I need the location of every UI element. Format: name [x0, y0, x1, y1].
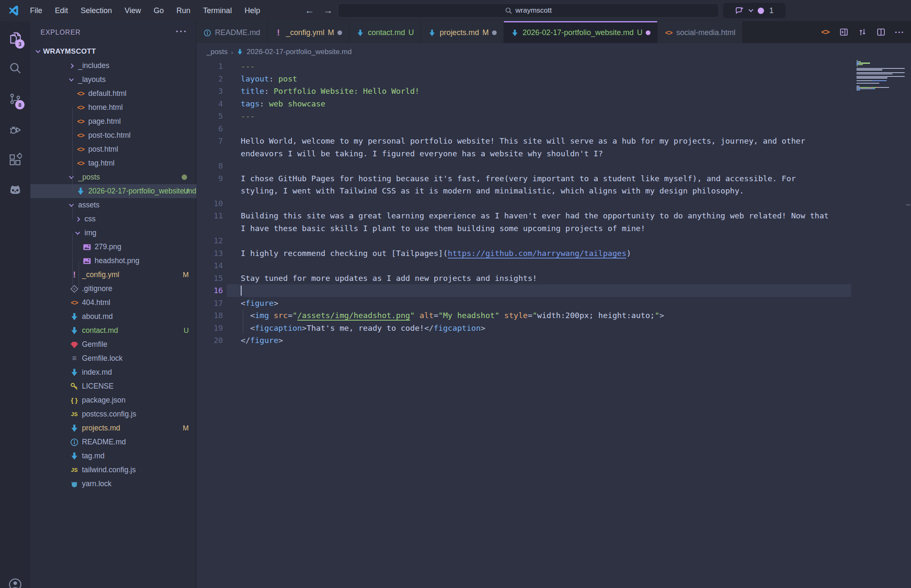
tree-folder-_posts[interactable]: _posts: [30, 170, 196, 184]
code-line-14[interactable]: 14: [196, 259, 911, 272]
code-line-1[interactable]: 1---: [196, 60, 911, 73]
line-number: 1: [196, 60, 223, 73]
tab-readme.md[interactable]: README.md: [196, 21, 267, 43]
menu-edit[interactable]: Edit: [49, 6, 74, 15]
activity-run-debug-icon[interactable]: [0, 117, 30, 142]
tree-file-tailwind.config.js[interactable]: JStailwind.config.js: [30, 463, 196, 477]
tree-folder-img[interactable]: img: [30, 226, 196, 240]
tree-file-post-toc.html[interactable]: <>post-toc.html: [30, 128, 196, 142]
code-line-10[interactable]: 10: [196, 197, 911, 210]
tree-file-index.md[interactable]: index.md: [30, 365, 196, 379]
tree-file-readme.md[interactable]: README.md: [30, 435, 196, 449]
tab-social-media.html[interactable]: <>social-media.html: [658, 21, 742, 43]
menu-terminal[interactable]: Terminal: [197, 6, 238, 15]
more-actions-icon[interactable]: ···: [894, 27, 905, 38]
code-line-9[interactable]: 9I chose GitHub Pages for hosting becaus…: [196, 172, 911, 197]
tree-folder-_layouts[interactable]: _layouts: [30, 73, 196, 87]
unsaved-dot[interactable]: [337, 30, 342, 35]
activity-extensions-icon[interactable]: [0, 147, 30, 172]
copilot-chat-icon[interactable]: [735, 6, 744, 15]
activity-godot-icon[interactable]: [0, 177, 30, 202]
code-line-17[interactable]: 17<figure>: [196, 297, 911, 310]
tree-file-default.html[interactable]: <>default.html: [30, 87, 196, 101]
copilot-controls[interactable]: 1: [723, 3, 786, 18]
tree-file-home.html[interactable]: <>home.html: [30, 101, 196, 114]
code-preview-action-icon[interactable]: <>: [820, 27, 831, 38]
code-line-6[interactable]: 6: [196, 122, 911, 135]
chevron-down-icon[interactable]: [749, 7, 753, 12]
git-file-icon: [70, 284, 79, 294]
git-status-badge: M: [482, 28, 489, 37]
tree-file-page.html[interactable]: <>page.html: [30, 114, 196, 128]
minimap-line: [857, 60, 905, 61]
split-editor-action-icon[interactable]: [876, 27, 887, 38]
tree-file-contact.md[interactable]: contact.mdU: [30, 324, 196, 338]
code-line-12[interactable]: 12: [196, 234, 911, 247]
tab-_config.yml[interactable]: !_config.ymlM: [267, 21, 349, 43]
tree-file-postcss.config.js[interactable]: JSpostcss.config.js: [30, 407, 196, 421]
menu-selection[interactable]: Selection: [74, 6, 118, 15]
code-line-19[interactable]: 19 <figcaption>That's me, ready to code!…: [196, 322, 911, 335]
tree-file-_config.yml[interactable]: !_config.ymlM: [30, 268, 196, 282]
unsaved-dot[interactable]: [646, 30, 650, 35]
tree-file-yarn.lock[interactable]: yarn.lock: [30, 477, 196, 491]
code-line-4[interactable]: 4tags: web showcase: [196, 98, 911, 110]
tree-folder-_includes[interactable]: _includes: [30, 59, 196, 73]
tree-file-404.html[interactable]: <>404.html: [30, 296, 196, 310]
unsaved-dot[interactable]: [492, 30, 497, 35]
activity-source-control-icon[interactable]: 8: [0, 87, 30, 111]
tree-file-headshot.png[interactable]: headshot.png: [30, 254, 196, 268]
minimap[interactable]: [857, 60, 905, 178]
breadcrumb-item[interactable]: _posts: [207, 48, 228, 56]
tree-file-tag.md[interactable]: tag.md: [30, 449, 196, 463]
code-line-16[interactable]: 16: [196, 284, 911, 297]
tab-2026-02-17-portfolio_website.md[interactable]: 2026-02-17-portfolio_website.mdU: [504, 21, 657, 43]
menu-go[interactable]: Go: [147, 6, 170, 15]
code-line-20[interactable]: 20</figure>: [196, 334, 911, 347]
tree-folder-css[interactable]: css: [30, 212, 196, 226]
code-line-18[interactable]: 18 <img src="/assets/img/headshot.png" a…: [196, 309, 911, 322]
code-line-15[interactable]: 15Stay tuned for more updates as I add n…: [196, 272, 911, 285]
nav-forward-button[interactable]: →: [324, 5, 333, 16]
line-content: I highly recommend checking out [Tailpag…: [241, 247, 834, 260]
tree-folder-assets[interactable]: assets: [30, 198, 196, 212]
code-line-2[interactable]: 2layout: post: [196, 73, 911, 85]
activity-search-icon[interactable]: [0, 56, 30, 80]
code-line-11[interactable]: 11Building this site was a great learnin…: [196, 210, 911, 234]
tree-file-post.html[interactable]: <>post.html: [30, 142, 196, 156]
tree-file-about.md[interactable]: about.md: [30, 310, 196, 324]
menu-view[interactable]: View: [118, 6, 147, 15]
code-line-13[interactable]: 13I highly recommend checking out [Tailp…: [196, 247, 911, 260]
tree-file-2026-02-17-portfolio_website.md[interactable]: 2026-02-17-portfolio_website.mdU: [30, 184, 196, 198]
tab-contact.md[interactable]: contact.mdU: [349, 21, 421, 43]
minimap-line: [857, 84, 905, 85]
menu-run[interactable]: Run: [170, 6, 197, 15]
code-line-5[interactable]: 5---: [196, 110, 911, 122]
account-icon[interactable]: [0, 572, 30, 588]
chevron-down-icon: [75, 230, 80, 234]
workspace-root-folder[interactable]: WRAYMSCOTT: [30, 44, 196, 59]
editor-pane[interactable]: _posts›2026-02-17-portfolio_website.md 1…: [196, 43, 911, 588]
tree-file-279.png[interactable]: 279.png: [30, 240, 196, 254]
tree-file-.gitignore[interactable]: .gitignore: [30, 282, 196, 296]
activity-explorer-icon[interactable]: 3: [0, 26, 30, 50]
menu-file[interactable]: File: [24, 6, 49, 15]
open-changes-action-icon[interactable]: [857, 27, 868, 38]
code-line-3[interactable]: 3title: Portfolio Website: Hello World!: [196, 85, 911, 98]
tree-file-gemfile.lock[interactable]: ≡Gemfile.lock: [30, 351, 196, 365]
tree-file-projects.md[interactable]: projects.mdM: [30, 421, 196, 435]
tree-file-gemfile[interactable]: Gemfile: [30, 338, 196, 351]
code-line-8[interactable]: 8: [196, 160, 911, 172]
code-line-7[interactable]: 7Hello World, welcome to my personal por…: [196, 135, 911, 160]
open-preview-action-icon[interactable]: [838, 27, 849, 38]
nav-back-button[interactable]: ←: [305, 5, 314, 16]
command-center-search[interactable]: wraymscott: [338, 3, 719, 18]
tab-projects.md[interactable]: projects.mdM: [421, 21, 503, 43]
explorer-more-actions-icon[interactable]: ···: [176, 26, 188, 37]
code-area[interactable]: 1---2layout: post3title: Portfolio Websi…: [196, 60, 911, 347]
breadcrumb-item[interactable]: 2026-02-17-portfolio_website.md: [247, 48, 352, 56]
tree-file-license[interactable]: LICENSE: [30, 379, 196, 393]
menu-help[interactable]: Help: [238, 6, 267, 15]
tree-file-tag.html[interactable]: <>tag.html: [30, 156, 196, 170]
tree-file-package.json[interactable]: { }package.json: [30, 393, 196, 407]
